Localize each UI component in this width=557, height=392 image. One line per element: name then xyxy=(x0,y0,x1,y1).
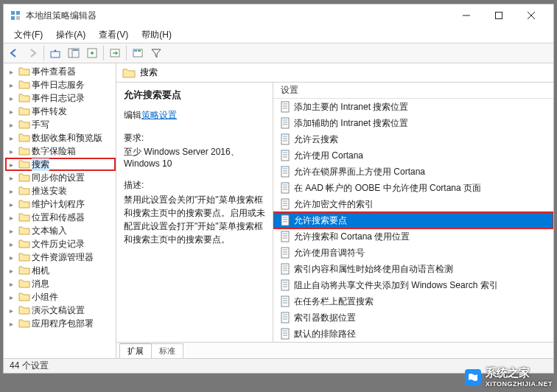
chevron-right-icon: ▸ xyxy=(10,187,18,195)
filter-button[interactable] xyxy=(147,44,165,62)
tree-item[interactable]: ▸应用程序包部署 xyxy=(5,317,116,330)
menu-action[interactable]: 操作(A) xyxy=(50,27,91,43)
folder-icon xyxy=(18,106,30,116)
detail-pane: 允许搜索要点 编辑策略设置 要求: 至少 Windows Server 2016… xyxy=(116,83,273,342)
list-item[interactable]: 允许搜索和 Cortana 使用位置 xyxy=(273,228,553,245)
list-item[interactable]: 添加辅助的 Intranet 搜索位置 xyxy=(273,115,553,131)
folder-icon xyxy=(18,225,30,236)
list-item[interactable]: 允许搜索要点 xyxy=(273,212,553,228)
list-item[interactable]: 允许使用音调符号 xyxy=(273,245,553,261)
chevron-right-icon: ▸ xyxy=(10,293,18,301)
list-item[interactable]: 允许云搜索 xyxy=(273,131,553,147)
tree-item[interactable]: ▸事件查看器 xyxy=(5,65,116,78)
policy-icon xyxy=(279,133,291,145)
tree-item[interactable]: ▸小组件 xyxy=(5,290,116,304)
list-item[interactable]: 索引器数据位置 xyxy=(273,309,553,326)
policy-icon xyxy=(279,263,291,275)
menu-view[interactable]: 查看(V) xyxy=(93,27,134,43)
app-icon xyxy=(10,10,21,21)
list-item[interactable]: 允许加密文件的索引 xyxy=(273,196,553,212)
policy-icon xyxy=(279,198,291,210)
tree-item[interactable]: ▸数据收集和预览版 xyxy=(5,131,116,144)
back-button[interactable] xyxy=(5,44,23,62)
list-item[interactable]: 允许使用 Cortana xyxy=(273,147,553,164)
svg-rect-11 xyxy=(73,49,78,51)
body: ▸事件查看器▸事件日志服务▸事件日志记录▸事件转发▸手写▸数据收集和预览版▸数字… xyxy=(4,63,553,358)
list-item-label: 添加辅助的 Intranet 搜索位置 xyxy=(294,117,408,130)
tree-item[interactable]: ▸演示文稿设置 xyxy=(5,304,116,317)
list-item[interactable]: 在 AAD 帐户的 OOBE 中允许使用 Cortana 页面 xyxy=(273,180,553,196)
tree-item[interactable]: ▸搜索 xyxy=(5,158,116,171)
tree-item[interactable]: ▸事件日志服务 xyxy=(5,78,116,91)
tree-item[interactable]: ▸相机 xyxy=(5,264,116,277)
show-hide-tree-button[interactable] xyxy=(65,44,83,62)
help-button[interactable] xyxy=(129,44,147,62)
folder-icon xyxy=(18,252,30,262)
list-item[interactable]: 索引内容和属性时始终使用自动语言检测 xyxy=(273,261,553,277)
maximize-button[interactable] xyxy=(483,5,515,26)
tree-item[interactable]: ▸数字保险箱 xyxy=(5,144,116,158)
list-item-label: 添加主要的 Intranet 搜索位置 xyxy=(294,101,408,113)
svg-rect-17 xyxy=(138,50,141,52)
list-item-label: 允许在锁屏界面上方使用 Cortana xyxy=(294,166,425,178)
main-pane: 搜索 允许搜索要点 编辑策略设置 要求: 至少 Windows Server 2… xyxy=(116,63,553,358)
svg-rect-2 xyxy=(11,16,15,20)
folder-icon xyxy=(18,212,30,223)
tree-item[interactable]: ▸手写 xyxy=(5,118,116,131)
list-item[interactable]: 阻止自动将共享文件夹添加到 Windows Search 索引 xyxy=(273,277,553,293)
properties-button[interactable] xyxy=(83,44,101,62)
list-item-label: 允许搜索和 Cortana 使用位置 xyxy=(294,231,410,243)
tree-item-label: 推送安装 xyxy=(32,185,67,197)
tab-extended[interactable]: 扩展 xyxy=(119,343,152,358)
tree-item-label: 事件转发 xyxy=(32,105,67,118)
chevron-right-icon: ▸ xyxy=(10,227,18,235)
tree-item[interactable]: ▸文本输入 xyxy=(5,224,116,237)
settings-list[interactable]: 添加主要的 Intranet 搜索位置添加辅助的 Intranet 搜索位置允许… xyxy=(273,99,553,342)
policy-settings-link[interactable]: 策略设置 xyxy=(141,110,177,120)
up-button[interactable] xyxy=(46,44,64,62)
toolbar-separator xyxy=(103,46,104,60)
export-button[interactable] xyxy=(106,44,124,62)
tab-standard[interactable]: 标准 xyxy=(151,343,183,358)
tree-item-label: 手写 xyxy=(32,119,49,131)
tree-item-label: 消息 xyxy=(32,278,49,290)
list-item[interactable]: 允许在锁屏界面上方使用 Cortana xyxy=(273,164,553,180)
list-item[interactable]: 默认的排除路径 xyxy=(273,326,553,342)
tree-item[interactable]: ▸文件历史记录 xyxy=(5,237,116,251)
list-item[interactable]: 添加主要的 Intranet 搜索位置 xyxy=(273,99,553,115)
list-item-label: 允许使用音调符号 xyxy=(294,247,365,259)
tree-item[interactable]: ▸消息 xyxy=(5,277,116,290)
list-item[interactable]: 在任务栏上配置搜索 xyxy=(273,293,553,309)
column-header-setting[interactable]: 设置 xyxy=(273,83,553,99)
nav-tree[interactable]: ▸事件查看器▸事件日志服务▸事件日志记录▸事件转发▸手写▸数据收集和预览版▸数字… xyxy=(4,63,116,358)
tree-item[interactable]: ▸维护计划程序 xyxy=(5,197,116,211)
tree-item[interactable]: ▸事件转发 xyxy=(5,105,116,118)
list-item-label: 索引内容和属性时始终使用自动语言检测 xyxy=(294,263,453,276)
tree-item[interactable]: ▸同步你的设置 xyxy=(5,171,116,184)
chevron-right-icon: ▸ xyxy=(10,81,18,89)
folder-icon xyxy=(18,239,30,249)
forward-button[interactable] xyxy=(24,44,41,62)
tree-item-label: 文本输入 xyxy=(32,225,67,237)
svg-rect-42 xyxy=(281,199,289,209)
tree-item-label: 同步你的设置 xyxy=(32,172,85,184)
tree-item[interactable]: ▸位置和传感器 xyxy=(5,211,116,224)
policy-icon xyxy=(279,166,291,178)
chevron-right-icon: ▸ xyxy=(10,267,18,275)
folder-icon xyxy=(18,318,30,329)
folder-icon xyxy=(18,159,30,169)
menu-file[interactable]: 文件(F) xyxy=(8,27,49,43)
menu-help[interactable]: 帮助(H) xyxy=(136,27,178,43)
settings-list-pane: 设置 添加主要的 Intranet 搜索位置添加辅助的 Intranet 搜索位… xyxy=(273,83,553,342)
svg-rect-16 xyxy=(134,50,137,52)
chevron-right-icon: ▸ xyxy=(10,307,18,315)
minimize-button[interactable] xyxy=(450,5,483,26)
tree-item[interactable]: ▸文件资源管理器 xyxy=(5,251,116,264)
close-button[interactable] xyxy=(515,5,547,26)
path-text: 搜索 xyxy=(140,66,158,79)
app-window: 本地组策略编辑器 文件(F) 操作(A) 查看(V) 帮助(H) ▸事件查看器▸… xyxy=(3,4,554,374)
policy-icon xyxy=(279,279,291,291)
policy-title: 允许搜索要点 xyxy=(124,88,265,102)
tree-item[interactable]: ▸推送安装 xyxy=(5,184,116,197)
tree-item[interactable]: ▸事件日志记录 xyxy=(5,91,116,105)
